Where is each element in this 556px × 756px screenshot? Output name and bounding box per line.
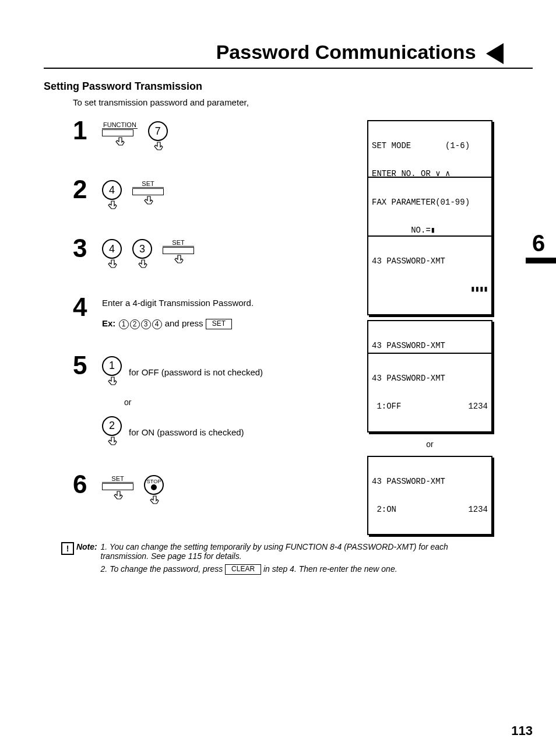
note-label: Note: (76, 542, 97, 551)
step-1: 1 FUNCTION 7 SET MODE (1-6) (73, 118, 533, 153)
digit-4-label: 4 (109, 243, 115, 255)
intro-text: To set transmission password and paramet… (73, 97, 533, 107)
digit-3-label: 3 (139, 243, 145, 255)
lcd-blocks: ▮▮▮▮ (470, 284, 488, 294)
ex-digit-4: 4 (152, 319, 162, 329)
lcd-line: FAX PARAMETER(01-99) (372, 198, 488, 207)
digit-1-label: 1 (109, 360, 115, 372)
lcd-line: 43 PASSWORD-XMT (372, 341, 488, 350)
press-hand-icon (140, 196, 156, 208)
function-key-icon: FUNCTION (102, 121, 138, 149)
step-5: 5 1 for OFF (password is not checked) or… (73, 353, 533, 448)
set-key-icon: SET (102, 475, 133, 502)
digit-4-label: 4 (109, 184, 115, 196)
press-hand-icon (110, 491, 126, 502)
digit-2-label: 2 (109, 420, 115, 432)
step-3: 3 4 3 SET (73, 235, 533, 271)
press-hand-icon (146, 495, 162, 507)
digit-4-key-icon: 4 (102, 180, 122, 212)
on-description: for ON (password is checked) (129, 427, 244, 437)
clear-button-inline: CLEAR (225, 564, 261, 575)
page-title-text: Password Communications (216, 41, 476, 63)
lcd-line: SET MODE (1-6) (372, 141, 488, 150)
set-key-icon: SET (132, 180, 164, 208)
triangle-left-icon (486, 43, 504, 64)
set-button-inline: SET (206, 319, 232, 329)
press-hand-icon (104, 259, 120, 271)
ex-digit-3: 3 (141, 319, 151, 329)
step-number: 4 (73, 294, 102, 320)
ex-digit-1: 1 (119, 319, 129, 329)
press-hand-icon (104, 201, 120, 212)
note-icon: ! (61, 542, 74, 555)
digit-2-key-icon: 2 (102, 416, 122, 448)
step-number: 1 (73, 118, 102, 143)
ex-mid-text: and press (165, 318, 206, 328)
step-6: 6 SET STOP (73, 472, 533, 507)
note-2-pre: 2. To change the password, press (101, 564, 226, 574)
press-hand-icon (104, 377, 120, 388)
stop-dot-icon (151, 484, 157, 490)
digit-7-key-icon: 7 (148, 121, 168, 153)
step4-instruction: Enter a 4-digit Transmission Password. (102, 298, 533, 308)
digit-4-key-icon: 4 (102, 239, 122, 271)
step-2: 2 4 SET FAX PARAMETER(01-99) (73, 177, 533, 212)
lcd-display: 43 PASSWORD-XMT 1:OFF1234 (367, 353, 492, 432)
step-number: 3 (73, 235, 102, 261)
lcd-or-text: or (367, 439, 492, 449)
page-title: Password Communications (44, 41, 533, 64)
note-item-2: 2. To change the password, press CLEAR i… (101, 564, 474, 575)
set-key-icon: SET (163, 239, 194, 266)
stop-key-label: STOP (147, 479, 161, 484)
step-number: 2 (73, 177, 102, 202)
press-hand-icon (150, 142, 166, 153)
digit-7-label: 7 (155, 125, 161, 138)
digit-3-key-icon: 3 (132, 239, 152, 271)
step-4: 4 Enter a 4-digit Transmission Password.… (73, 294, 533, 329)
step-number: 6 (73, 472, 102, 497)
note-2-post: in step 4. Then re-enter the new one. (263, 564, 397, 574)
step-number: 5 (73, 353, 102, 378)
lcd-line: 43 PASSWORD-XMT (372, 374, 488, 383)
digit-1-key-icon: 1 (102, 356, 122, 388)
function-key-label: FUNCTION (102, 121, 138, 129)
header-rule (44, 68, 533, 69)
ex-digit-2: 2 (130, 319, 140, 329)
section-title: Setting Password Transmission (44, 80, 533, 93)
press-hand-icon (134, 259, 150, 271)
press-hand-icon (104, 437, 120, 448)
lcd-line: NO.=▮ (372, 226, 488, 235)
set-key-label: SET (102, 475, 133, 483)
stop-key-icon: STOP (144, 475, 164, 507)
note-item-1: 1. You can change the setting temporaril… (101, 542, 474, 561)
press-hand-icon (170, 255, 186, 266)
lcd-line: 43 PASSWORD-XMT (372, 256, 488, 266)
set-key-label: SET (132, 180, 164, 188)
press-hand-icon (111, 137, 128, 149)
note-block: ! Note: 1. You can change the setting te… (61, 542, 533, 578)
off-description: for OFF (password is not checked) (129, 367, 263, 377)
set-key-label: SET (163, 239, 194, 247)
lcd-line: 1:OFF (372, 402, 401, 411)
ex-label: Ex: (102, 318, 115, 328)
page-number: 113 (511, 723, 533, 739)
lcd-value: 1234 (468, 402, 488, 411)
